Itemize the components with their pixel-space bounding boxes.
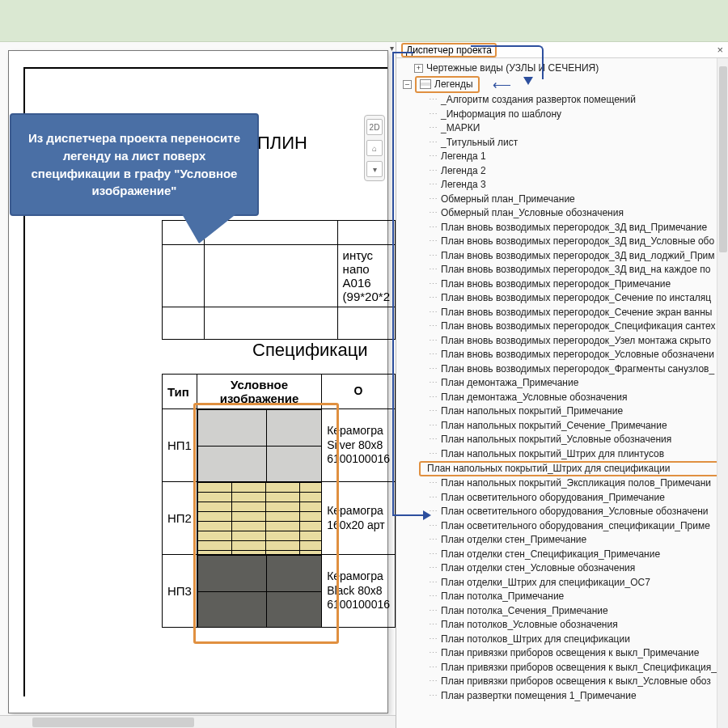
spec-title: Спецификаци xyxy=(252,340,368,361)
tree-item[interactable]: ⋯План привязки приборов освещения к выкл… xyxy=(396,646,728,661)
tree-dots-icon: ⋯ xyxy=(429,121,438,136)
tree-item[interactable]: ⋯_Титульный лист xyxy=(396,136,728,150)
tree-dots-icon: ⋯ xyxy=(429,178,438,193)
browser-title-bar[interactable]: Диспетчер проекта × xyxy=(396,42,728,58)
swatch-dark xyxy=(197,555,321,627)
tree-item[interactable]: ⋯План напольных покрытий_Условные обозна… xyxy=(396,433,728,447)
tree-item[interactable]: ⋯План вновь возводимых перегородок_Приме… xyxy=(396,277,728,292)
project-browser: Диспетчер проекта × +Чертежные виды (УЗЛ… xyxy=(396,42,728,728)
tree-item[interactable]: ⋯План отделки стен_Примечание xyxy=(396,533,728,548)
tree-item[interactable]: +Чертежные виды (УЗЛЫ И СЕЧЕНИЯ) xyxy=(396,61,728,76)
tree-item[interactable]: ⋯План напольных покрытий_Сечение_Примеча… xyxy=(396,419,728,434)
arrow-left-icon: ⟵ xyxy=(493,78,511,92)
tree-item[interactable]: ⋯План развертки помещения 1_Примечание xyxy=(396,689,728,704)
tree-item[interactable]: ⋯План вновь возводимых перегородок_3Д ви… xyxy=(396,249,728,264)
tool-more-icon[interactable]: ▾ xyxy=(366,161,383,177)
tree-item[interactable]: ⋯План вновь возводимых перегородок_Специ… xyxy=(396,320,728,334)
browser-title: Диспетчер проекта xyxy=(401,43,497,57)
tree-dots-icon: ⋯ xyxy=(429,561,438,576)
row-desc: Керамогра 160x20 арт xyxy=(322,482,396,555)
tree-item[interactable]: ⋯План отделки стен_Условные обозначения xyxy=(396,561,728,576)
collapse-icon[interactable]: – xyxy=(403,80,412,89)
tree-dots-icon: ⋯ xyxy=(429,689,438,704)
tree-item[interactable]: ⋯План потолков_Штрих для спецификации xyxy=(396,633,728,647)
tree-dots-icon: ⋯ xyxy=(429,150,438,164)
tree-dots-icon: ⋯ xyxy=(429,576,438,590)
tree-item[interactable]: ⋯План вновь возводимых перегородок_3Д ви… xyxy=(396,221,728,235)
tree-dots-icon: ⋯ xyxy=(429,476,438,491)
tree-item[interactable]: ⋯План привязки приборов освещения к выкл… xyxy=(396,661,728,675)
drawing-canvas[interactable]: ▾ 2D ⌂ ▾ Из диспетчера проекта переносит… xyxy=(0,42,396,728)
row-type: НП3 xyxy=(163,555,197,628)
tree-item[interactable]: ⋯План демонтажа_Примечание xyxy=(396,376,728,391)
tree-item[interactable]: ⋯План вновь возводимых перегородок_Услов… xyxy=(396,348,728,362)
tree-item[interactable]: ⋯Легенда 3 xyxy=(396,178,728,193)
tree-dots-icon: ⋯ xyxy=(429,646,438,661)
tree-item[interactable]: ⋯_МАРКИ xyxy=(396,121,728,136)
tree-dots-icon: ⋯ xyxy=(429,277,438,292)
tree-item[interactable]: ⋯План привязки приборов освещения к выкл… xyxy=(396,675,728,689)
canvas-h-scrollbar[interactable] xyxy=(0,715,396,728)
tree-item[interactable]: ⋯План потолков_Условные обозначения xyxy=(396,618,728,633)
tree-item[interactable]: ⋯План осветительного оборудования_Примеч… xyxy=(396,491,728,506)
tool-2d-icon[interactable]: 2D xyxy=(366,119,383,135)
tree-item[interactable]: ⋯План вновь возводимых перегородок_Сечен… xyxy=(396,306,728,320)
swatch-gray xyxy=(197,409,321,481)
connector-arrowhead xyxy=(523,77,533,85)
specification-table: Тип Условное изображение О НП1 Керамогра… xyxy=(162,374,396,628)
tree-dots-icon: ⋯ xyxy=(429,263,438,277)
tree-item[interactable]: ⋯_Информация по шаблону xyxy=(396,108,728,122)
row-type: НП1 xyxy=(163,409,197,482)
tree-item[interactable]: ⋯Обмерный план_Примечание xyxy=(396,193,728,207)
tree-item[interactable]: ⋯План потолка_Сечения_Примечание xyxy=(396,604,728,619)
tree-item[interactable]: ⋯Легенда 1 xyxy=(396,150,728,164)
tree-item[interactable]: ⋯План осветительного оборудования_специф… xyxy=(396,519,728,534)
legend-icon xyxy=(420,79,431,89)
tree-dots-icon: ⋯ xyxy=(429,93,438,108)
expand-icon[interactable]: + xyxy=(414,64,423,73)
tree-item[interactable]: ⋯План вновь возводимых перегородок_Узел … xyxy=(396,334,728,349)
tree-dots-icon: ⋯ xyxy=(429,404,438,419)
tree-dots-icon: ⋯ xyxy=(429,306,438,320)
header-type: Тип xyxy=(163,375,197,409)
tree-item[interactable]: ⋯План вновь возводимых перегородок_3Д ви… xyxy=(396,263,728,277)
tree-dots-icon: ⋯ xyxy=(429,291,438,306)
browser-tree[interactable]: +Чертежные виды (УЗЛЫ И СЕЧЕНИЯ)–Легенды… xyxy=(396,58,728,728)
tree-item[interactable]: ⋯План демонтажа_Условные обозначения xyxy=(396,391,728,405)
tree-item-highlighted[interactable]: План напольных покрытий_Штрих для специф… xyxy=(419,461,723,476)
row-desc: Керамогра Silver 80x8 6100100016 xyxy=(322,409,396,482)
tree-item[interactable]: ⋯План потолка_Примечание xyxy=(396,590,728,604)
tree-item[interactable]: ⋯План напольных покрытий_Примечание xyxy=(396,404,728,419)
tree-item[interactable]: ⋯Обмерный план_Условные обозначения xyxy=(396,206,728,221)
tree-item[interactable]: ⋯План вновь возводимых перегородок_Сечен… xyxy=(396,291,728,306)
cell-note: инτус напоA016 (99*20*2 xyxy=(337,245,395,307)
tree-dots-icon: ⋯ xyxy=(429,675,438,689)
tree-dots-icon: ⋯ xyxy=(429,633,438,647)
tree-item[interactable]: ⋯План отделки_Штрих для спецификации_ОС7 xyxy=(396,576,728,590)
tree-item[interactable]: ⋯План отделки стен_Спецификация_Примечан… xyxy=(396,548,728,562)
tree-item[interactable]: ⋯План вновь возводимых перегородок_Фрагм… xyxy=(396,362,728,377)
tree-dots-icon: ⋯ xyxy=(429,164,438,179)
close-icon[interactable]: × xyxy=(717,44,723,56)
ribbon-area xyxy=(0,0,728,42)
tree-dots-icon: ⋯ xyxy=(429,362,438,377)
tree-item[interactable]: ⋯План напольных покрытий_Штрих для плинт… xyxy=(396,447,728,462)
tree-dots-icon: ⋯ xyxy=(429,348,438,362)
tree-item[interactable]: ⋯План напольных покрытий_Экспликация пол… xyxy=(396,476,728,491)
tree-item[interactable]: ⋯Легенда 2 xyxy=(396,164,728,179)
tree-dots-icon: ⋯ xyxy=(429,193,438,207)
connector-line xyxy=(392,52,413,53)
row-desc: Керамогра Black 80x8 6100100016 xyxy=(322,555,396,628)
tree-dots-icon: ⋯ xyxy=(429,235,438,249)
swatch-beige xyxy=(197,482,321,554)
header-image: Условное изображение xyxy=(197,375,321,409)
legends-node[interactable]: –Легенды⟵ xyxy=(396,76,728,94)
tree-item[interactable]: ⋯План вновь возводимых перегородок_3Д ви… xyxy=(396,235,728,249)
browser-v-scrollbar[interactable] xyxy=(717,58,728,728)
tree-dots-icon: ⋯ xyxy=(429,447,438,462)
title-fragment: ПЛИН xyxy=(257,133,307,154)
tree-dots-icon: ⋯ xyxy=(429,533,438,548)
tool-nav-icon[interactable]: ⌂ xyxy=(366,140,383,156)
tree-item[interactable]: ⋯План осветительного оборудования_Условн… xyxy=(396,505,728,519)
tree-item[interactable]: ⋯_Алгоритм создания разверток помещений xyxy=(396,93,728,108)
